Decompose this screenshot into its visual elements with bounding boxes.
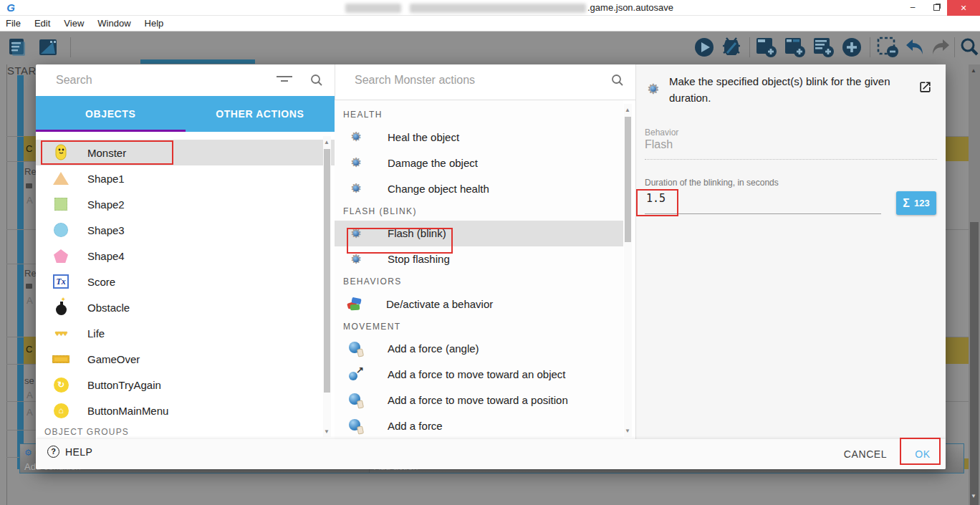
add-event-icon[interactable] — [754, 35, 778, 59]
menu-bar: File Edit View Window Help — [0, 16, 980, 32]
action-search-input[interactable] — [355, 70, 591, 90]
action-label: Stop flashing — [388, 253, 450, 265]
retry-button-icon: ↻ — [52, 375, 70, 394]
section-header-behaviors: BEHAVIORS — [335, 272, 623, 292]
action-label: Add a force — [388, 420, 443, 432]
action-row-change-health[interactable]: ⚙ Change object health — [335, 175, 623, 201]
ok-button[interactable]: OK — [905, 445, 940, 463]
force-icon — [347, 392, 365, 409]
menu-help[interactable]: Help — [145, 18, 172, 29]
gear-icon: ⚙ — [347, 180, 365, 197]
object-row-shape1[interactable]: Shape1 — [36, 165, 335, 191]
pentagon-icon — [52, 246, 70, 265]
duration-field-label: Duration of the blinking, in seconds — [645, 178, 779, 188]
tab-other-actions[interactable]: OTHER ACTIONS — [186, 96, 335, 132]
text-fragment: se — [24, 375, 34, 386]
filter-icon[interactable] — [277, 76, 292, 83]
add-circle-icon[interactable] — [840, 35, 864, 59]
scene-editor-icon[interactable] — [36, 35, 60, 59]
minimize-button[interactable]: – — [901, 0, 924, 16]
force-icon — [347, 340, 365, 357]
object-list-scrollbar[interactable]: ▲ ▼ — [323, 136, 331, 437]
object-row-score[interactable]: Tx Score — [36, 269, 335, 294]
scrollbar-thumb[interactable] — [324, 149, 330, 393]
object-label: Life — [87, 327, 105, 340]
project-manager-icon[interactable] — [6, 35, 30, 59]
object-row-obstacle[interactable]: Obstacle — [36, 294, 335, 320]
duration-input[interactable] — [646, 192, 732, 205]
action-row-flash-blink[interactable]: ⚙ Flash (blink) — [335, 221, 623, 246]
toolbar-separator — [870, 37, 870, 57]
scroll-down-icon[interactable]: ▼ — [625, 428, 630, 434]
active-tab-indicator — [140, 59, 255, 64]
add-comment-icon[interactable] — [811, 35, 835, 59]
menu-file[interactable]: File — [6, 18, 29, 29]
toolbar-search-icon[interactable] — [957, 35, 980, 59]
object-row-monster[interactable]: Monster — [36, 140, 335, 165]
redo-icon[interactable] — [928, 35, 953, 59]
scroll-down-icon[interactable]: ▼ — [324, 428, 330, 435]
hearts-icon: ♥♥♥ — [52, 324, 70, 342]
action-label: Add a force to move toward an object — [388, 368, 565, 380]
gdevelop-logo-icon: G — [4, 1, 17, 14]
action-row-damage[interactable]: ⚙ Damage the object — [335, 150, 623, 175]
action-row-force-toward-position[interactable]: Add a force to move toward a position — [335, 388, 623, 413]
gear-icon: ⚙ — [347, 225, 365, 242]
object-row-buttonmainmenu[interactable]: ⌂ ButtonMainMenu — [36, 398, 335, 423]
search-icon — [309, 73, 324, 87]
sigma-icon: Σ — [903, 197, 910, 210]
action-row-add-force-partial[interactable]: Add a force — [335, 413, 623, 439]
menu-edit[interactable]: Edit — [34, 18, 58, 29]
action-row-force-toward-object[interactable]: Add a force to move toward an object — [335, 362, 623, 388]
scroll-up-icon[interactable]: ▲ — [625, 107, 630, 113]
action-list-scrollbar[interactable]: ▲ ▼ — [624, 104, 632, 437]
object-label: ButtonTryAgain — [87, 379, 161, 391]
comment-block — [946, 136, 969, 161]
action-label: Change object health — [388, 183, 489, 195]
object-row-buttontryagain[interactable]: ↻ ButtonTryAgain — [36, 372, 335, 398]
cancel-button[interactable]: CANCEL — [840, 445, 891, 463]
help-button[interactable]: ? HELP — [47, 446, 92, 458]
object-row-shape2[interactable]: Shape2 — [36, 191, 335, 217]
action-label: De/activate a behavior — [386, 298, 493, 310]
menu-view[interactable]: View — [64, 18, 92, 29]
debug-icon[interactable] — [719, 35, 744, 59]
object-search-input[interactable] — [56, 70, 271, 90]
object-label: Obstacle — [87, 302, 130, 314]
scroll-down-icon[interactable]: ▼ — [971, 493, 976, 499]
object-label: GameOver — [87, 353, 140, 365]
object-label: ButtonMainMenu — [87, 405, 168, 417]
expression-editor-button[interactable]: Σ 123 — [896, 191, 936, 215]
help-label: HELP — [65, 446, 92, 458]
scrollbar-thumb[interactable] — [625, 117, 631, 242]
text-fragment: Re — [24, 166, 37, 177]
maximize-button[interactable] — [926, 0, 947, 16]
open-in-new-icon[interactable] — [918, 80, 932, 97]
text-fragment: C — [26, 143, 32, 154]
force-arrow-icon — [347, 366, 365, 383]
object-row-shape3[interactable]: Shape3 — [36, 217, 335, 243]
undo-icon[interactable] — [903, 35, 927, 59]
action-row-stop-flashing[interactable]: ⚙ Stop flashing — [335, 246, 623, 272]
action-detail-panel: ⚙ Make the specified object(s) blink for… — [635, 64, 946, 439]
action-label: Flash (blink) — [388, 227, 446, 239]
remove-event-icon[interactable] — [875, 35, 900, 59]
action-row-deactivate-behavior[interactable]: De/activate a behavior — [335, 291, 623, 317]
search-icon — [610, 73, 625, 87]
menu-window[interactable]: Window — [97, 18, 138, 29]
add-subevent-icon[interactable] — [782, 35, 807, 59]
scroll-up-icon[interactable]: ▲ — [324, 139, 330, 145]
object-row-gameover[interactable]: GameOver — [36, 346, 335, 372]
action-row-add-force-angle[interactable]: Add a force (angle) — [335, 336, 623, 362]
object-label: Shape1 — [87, 173, 125, 185]
close-button[interactable]: ✕ — [947, 0, 980, 16]
object-row-life[interactable]: ♥♥♥ Life — [36, 320, 335, 346]
play-preview-icon[interactable] — [692, 35, 716, 59]
toolbar-separator — [749, 37, 750, 57]
object-row-shape4[interactable]: Shape4 — [36, 243, 335, 269]
tab-objects[interactable]: OBJECTS — [36, 96, 186, 132]
monster-icon — [52, 143, 70, 162]
square-icon — [52, 195, 70, 213]
scroll-up-icon[interactable]: ▲ — [971, 67, 976, 74]
action-row-heal[interactable]: ⚙ Heal the object — [335, 124, 623, 150]
